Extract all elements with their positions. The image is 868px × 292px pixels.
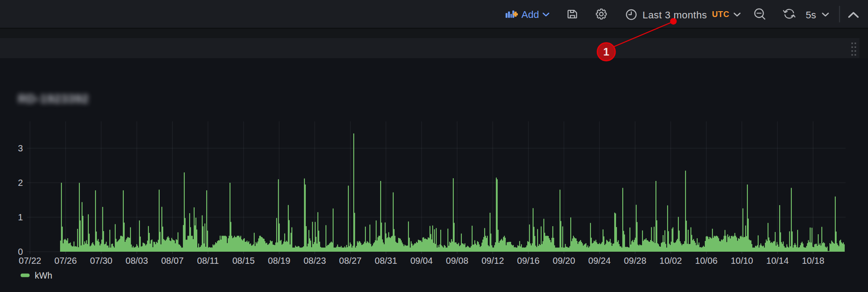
svg-text:09/20: 09/20	[553, 256, 575, 266]
svg-text:10/10: 10/10	[731, 256, 753, 266]
svg-text:09/12: 09/12	[482, 256, 504, 266]
svg-text:08/03: 08/03	[126, 256, 148, 266]
svg-text:09/04: 09/04	[410, 256, 433, 266]
svg-text:08/15: 08/15	[232, 256, 255, 266]
svg-text:10/02: 10/02	[660, 256, 682, 266]
svg-text:07/22: 07/22	[19, 256, 41, 266]
svg-text:08/31: 08/31	[375, 256, 397, 266]
svg-text:2: 2	[18, 178, 23, 188]
svg-text:08/19: 08/19	[268, 256, 291, 266]
svg-text:08/07: 08/07	[161, 256, 183, 266]
svg-text:10/14: 10/14	[766, 256, 789, 266]
svg-text:1: 1	[18, 212, 23, 222]
svg-text:09/24: 09/24	[588, 256, 611, 266]
svg-text:09/08: 09/08	[446, 256, 469, 266]
svg-text:07/30: 07/30	[90, 256, 113, 266]
svg-text:kWh: kWh	[35, 271, 52, 280]
svg-text:09/28: 09/28	[624, 256, 646, 266]
svg-text:07/26: 07/26	[54, 256, 77, 266]
svg-text:08/11: 08/11	[197, 256, 219, 266]
svg-text:08/27: 08/27	[339, 256, 361, 266]
svg-text:09/16: 09/16	[517, 256, 539, 266]
svg-text:10/06: 10/06	[695, 256, 717, 266]
svg-text:1: 1	[603, 46, 609, 58]
svg-text:08/23: 08/23	[304, 256, 326, 266]
svg-text:0: 0	[18, 247, 23, 257]
svg-text:3: 3	[18, 143, 23, 153]
svg-text:10/18: 10/18	[802, 256, 824, 266]
